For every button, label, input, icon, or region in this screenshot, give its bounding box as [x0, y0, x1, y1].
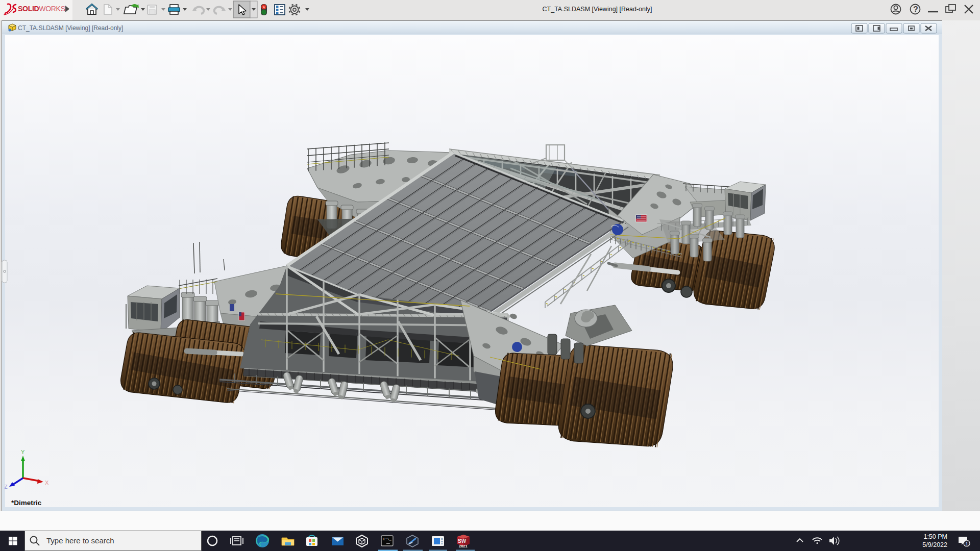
svg-text:C:\_: C:\_ — [383, 537, 392, 541]
svg-text:2021: 2021 — [459, 544, 468, 548]
svg-text:5/9/2022: 5/9/2022 — [922, 541, 947, 548]
svg-text:X: X — [45, 480, 49, 486]
svg-text:SW: SW — [458, 538, 467, 544]
svg-text:Y: Y — [21, 449, 25, 455]
svg-text:1:50 PM: 1:50 PM — [923, 533, 947, 540]
svg-text:Z: Z — [5, 484, 8, 490]
svg-text:*Dimetric: *Dimetric — [11, 499, 42, 507]
svg-text:1: 1 — [965, 541, 968, 546]
